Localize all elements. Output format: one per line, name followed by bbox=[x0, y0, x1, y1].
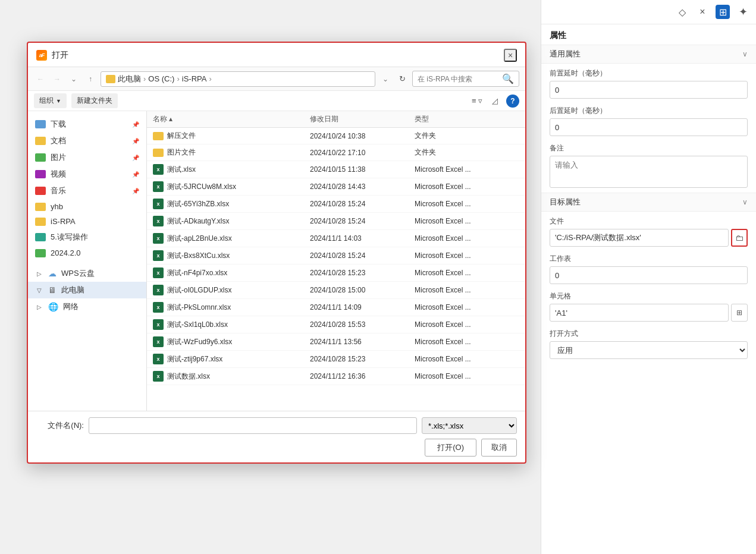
view-toggle-button[interactable]: ≡ ▿ bbox=[470, 95, 484, 108]
new-folder-button[interactable]: 新建文件夹 bbox=[71, 93, 118, 108]
ai-icon[interactable]: ✦ bbox=[736, 5, 750, 19]
file-row[interactable]: 解压文件 2024/10/24 10:38 文件夹 bbox=[147, 128, 525, 144]
file-list: 名称 ▴ 修改日期 类型 解压文件 2024/10/24 10:38 文件夹 bbox=[147, 111, 525, 411]
filetype-select[interactable]: *.xls;*.xlsx bbox=[422, 417, 517, 434]
file-row[interactable]: x 测试-PkSLomnr.xlsx 2024/11/1 14:09 Micro… bbox=[147, 299, 525, 316]
organize-button[interactable]: 组织 ▼ bbox=[34, 93, 67, 108]
file-dialog: aF 打开 × ← → ⌄ ↑ 此电脑 › OS (C:) › iS-RPA ›… bbox=[27, 42, 526, 464]
cell-label: 单元格 bbox=[550, 291, 748, 301]
file-row[interactable]: x 测试-Bxs8XtCu.xlsx 2024/10/28 15:24 Micr… bbox=[147, 247, 525, 265]
file-browse-button[interactable]: 🗀 bbox=[731, 229, 748, 247]
open-mode-select[interactable]: 应用 bbox=[550, 341, 748, 359]
pin-icon: 📌 bbox=[132, 155, 139, 161]
folder-icon bbox=[35, 203, 46, 211]
open-mode-field: 打开方式 应用 bbox=[541, 324, 756, 361]
layers-icon[interactable]: ⊞ bbox=[716, 5, 730, 19]
sidebar-item-music[interactable]: 音乐 📌 bbox=[28, 182, 146, 199]
sidebar-item-yhb[interactable]: yhb bbox=[28, 199, 146, 214]
excel-icon: x bbox=[153, 354, 164, 364]
dialog-title-bar: aF 打开 × bbox=[28, 43, 525, 67]
forward-button[interactable]: → bbox=[51, 73, 64, 86]
dialog-close-button[interactable]: × bbox=[504, 49, 517, 62]
file-row[interactable]: x 测试-ADkautgY.xlsx 2024/10/28 15:24 Micr… bbox=[147, 213, 525, 230]
note-label: 备注 bbox=[550, 143, 748, 153]
sidebar-item-this-computer[interactable]: ▽ 🖥 此电脑 bbox=[28, 282, 146, 298]
sidebar-item-network[interactable]: ▷ 🌐 网络 bbox=[28, 298, 146, 315]
open-button[interactable]: 打开(O) bbox=[425, 439, 476, 457]
address-bar: ← → ⌄ ↑ 此电脑 › OS (C:) › iS-RPA › ⌄ ↻ 🔍 bbox=[28, 67, 525, 91]
sheet-input[interactable] bbox=[550, 266, 748, 284]
general-chevron-icon: ∨ bbox=[742, 50, 748, 58]
file-row[interactable]: x 测试-ztij9p67.xlsx 2024/10/28 15:23 Micr… bbox=[147, 351, 525, 368]
cancel-button[interactable]: 取消 bbox=[481, 439, 517, 457]
search-icon: 🔍 bbox=[502, 73, 514, 84]
dialog-title: aF 打开 bbox=[36, 50, 68, 61]
excel-icon: x bbox=[153, 302, 164, 313]
right-panel-topbar: ◇ × ⊞ ✦ bbox=[541, 0, 756, 24]
sheet-input-row bbox=[550, 266, 748, 284]
expand-icon: ▷ bbox=[35, 269, 43, 278]
cell-field: 单元格 ⊞ bbox=[541, 287, 756, 324]
excel-icon: x bbox=[153, 336, 164, 347]
pin-icon: 📌 bbox=[132, 188, 139, 194]
sidebar-item-documents[interactable]: 文档 📌 bbox=[28, 133, 146, 149]
right-panel: ◇ × ⊞ ✦ 属性 通用属性 ∨ 前置延时（毫秒） 后置延时（毫秒） 备注 目… bbox=[541, 0, 756, 554]
back-button[interactable]: ← bbox=[34, 73, 47, 86]
folder-icon bbox=[153, 149, 164, 157]
file-row[interactable]: 图片文件 2024/10/22 17:10 文件夹 bbox=[147, 144, 525, 161]
pane-button[interactable]: ◿ bbox=[488, 95, 501, 108]
pre-delay-input[interactable] bbox=[550, 81, 748, 99]
file-row[interactable]: x 测试-5JRCUw8M.xlsx 2024/10/28 14:43 Micr… bbox=[147, 178, 525, 196]
sidebar-item-2024[interactable]: 2024.2.0 bbox=[28, 245, 146, 260]
folder-icon bbox=[153, 132, 164, 140]
note-input[interactable] bbox=[550, 156, 748, 188]
sidebar-item-read-write[interactable]: 5.读写操作 bbox=[28, 229, 146, 245]
folder-icon bbox=[35, 153, 46, 162]
file-row[interactable]: x 测试-65Yi3hZB.xlsx 2024/10/28 15:24 Micr… bbox=[147, 196, 525, 213]
excel-icon: x bbox=[153, 285, 164, 295]
general-section-header[interactable]: 通用属性 ∨ bbox=[541, 45, 756, 64]
address-dropdown-icon[interactable]: ⌄ bbox=[379, 73, 392, 86]
file-input-row: 🗀 bbox=[550, 229, 748, 247]
file-input[interactable] bbox=[550, 229, 729, 247]
computer-icon: 🖥 bbox=[48, 285, 57, 295]
file-row[interactable]: x 测试.xlsx 2024/10/15 11:38 Microsoft Exc… bbox=[147, 161, 525, 178]
sidebar-item-pictures[interactable]: 图片 📌 bbox=[28, 149, 146, 166]
file-row[interactable]: x 测试-oI0LGDUP.xlsx 2024/10/28 15:00 Micr… bbox=[147, 282, 525, 299]
refresh-button[interactable]: ↻ bbox=[396, 73, 409, 86]
search-input[interactable] bbox=[418, 75, 500, 83]
file-row[interactable]: x 测试-Sxl1qL0b.xlsx 2024/10/28 15:53 Micr… bbox=[147, 316, 525, 333]
excel-icon: x bbox=[153, 319, 164, 330]
action-buttons: 打开(O) 取消 bbox=[36, 439, 517, 457]
dropdown-button[interactable]: ⌄ bbox=[67, 73, 80, 86]
sidebar-item-download[interactable]: 下载 📌 bbox=[28, 116, 146, 133]
sidebar-item-isrpa[interactable]: iS-RPA bbox=[28, 214, 146, 229]
cloud-icon: ☁ bbox=[48, 269, 57, 278]
address-path[interactable]: 此电脑 › OS (C:) › iS-RPA › bbox=[101, 71, 375, 87]
pin-icon: 📌 bbox=[132, 171, 139, 178]
expand-icon: ▷ bbox=[35, 303, 43, 311]
cell-input[interactable] bbox=[550, 304, 729, 322]
file-row[interactable]: x 测试-apL2BnUe.xlsx 2024/11/1 14:03 Micro… bbox=[147, 230, 525, 247]
panel-title: 属性 bbox=[541, 24, 756, 45]
col-name-header: 名称 ▴ bbox=[153, 114, 310, 124]
post-delay-field: 后置延时（毫秒） bbox=[541, 101, 756, 138]
cell-browse-button[interactable]: ⊞ bbox=[731, 304, 748, 322]
up-button[interactable]: ↑ bbox=[84, 73, 97, 86]
target-section-header[interactable]: 目标属性 ∨ bbox=[541, 193, 756, 212]
left-sidebar: 下载 📌 文档 📌 图片 📌 视频 📌 bbox=[28, 111, 147, 411]
pre-delay-field: 前置延时（毫秒） bbox=[541, 64, 756, 101]
excel-icon: x bbox=[153, 199, 164, 209]
file-row[interactable]: x 测试-WzFud9y6.xlsx 2024/11/1 13:56 Micro… bbox=[147, 333, 525, 351]
help-button[interactable]: ? bbox=[506, 95, 519, 108]
post-delay-input[interactable] bbox=[550, 118, 748, 136]
sidebar-item-videos[interactable]: 视频 📌 bbox=[28, 166, 146, 182]
close-panel-button[interactable]: × bbox=[695, 5, 710, 19]
filename-input[interactable] bbox=[89, 417, 417, 434]
diamond-icon[interactable]: ◇ bbox=[675, 5, 689, 19]
file-row[interactable]: x 测试数据.xlsx 2024/11/12 16:36 Microsoft E… bbox=[147, 368, 525, 385]
file-row[interactable]: x 测试-nF4pi7xo.xlsx 2024/10/28 15:23 Micr… bbox=[147, 265, 525, 282]
dialog-body: 下载 📌 文档 📌 图片 📌 视频 📌 bbox=[28, 111, 525, 411]
filename-row: 文件名(N): *.xls;*.xlsx bbox=[36, 417, 517, 434]
sidebar-item-wps-cloud[interactable]: ▷ ☁ WPS云盘 bbox=[28, 265, 146, 282]
